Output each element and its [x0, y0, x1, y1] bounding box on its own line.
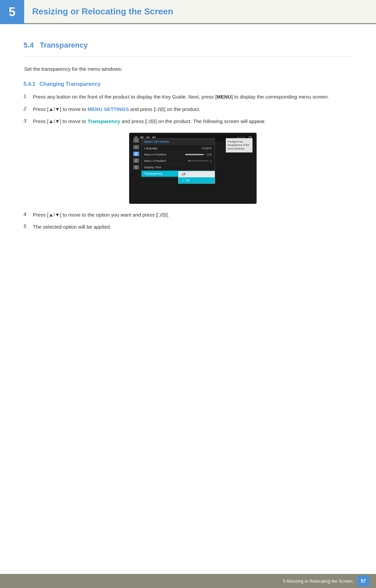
menu-row-h-bar: 100 — [185, 153, 212, 156]
svg-rect-1 — [135, 146, 138, 147]
step-3-highlight-teal: Transparency — [88, 118, 120, 124]
dropdown-on-label: On — [186, 179, 190, 182]
chapter-number: 5 — [9, 5, 15, 19]
menu-row-display-time: Display Time — [142, 164, 215, 171]
page-header: 5 Resizing or Relocating the Screen — [0, 0, 376, 24]
svg-point-3 — [135, 153, 137, 155]
dropdown-popup: Off ✓ On — [178, 171, 215, 184]
h-bar-fill — [185, 154, 203, 155]
main-content: 5.4 Transparency Set the transparency fo… — [0, 24, 376, 269]
sidebar-icon-2 — [133, 145, 139, 150]
monitor-screen: MENU SETTINGS Language English Menu H-Po… — [131, 135, 255, 202]
section-heading: 5.4 Transparency — [23, 41, 353, 50]
menu-row-language: Language English — [142, 145, 215, 152]
section-divider — [23, 56, 353, 57]
monitor-screenshot: MENU SETTINGS Language English Menu H-Po… — [33, 133, 353, 204]
step-2-highlight-blue: MENU SETTINGS — [88, 106, 129, 112]
step-2-text: Press [▲/▼] to move to MENU SETTINGS and… — [33, 106, 200, 113]
sidebar-icon-1 — [133, 138, 139, 143]
sidebar-icon-4 — [133, 158, 139, 163]
menu-row-transparency-label: Transparency — [144, 172, 163, 175]
step-1: 1 Press any button on the front of the p… — [23, 93, 353, 101]
step-5-number: 5 — [23, 223, 33, 229]
sidebar-icons — [133, 138, 139, 170]
chapter-title-text: Resizing or Relocating the Screen — [32, 6, 173, 17]
intro-text: Set the transparency for the menu window… — [24, 66, 353, 72]
menu-row-v-bar: 1 — [189, 159, 212, 163]
subsection-title: Changing Transparency — [40, 81, 101, 87]
menu-row-v-position: Menu V-Position 1 — [142, 158, 215, 164]
steps-list-continued: 4 Press [▲/▼] to move to the option you … — [23, 211, 353, 231]
step-4-number: 4 — [23, 211, 33, 217]
tooltip-box: Configure the transparency of the menu w… — [226, 138, 253, 153]
menu-row-h-value: 100 — [207, 153, 212, 156]
v-bar-fill — [189, 160, 190, 162]
subsection-heading: 5.4.1 Changing Transparency — [23, 81, 353, 87]
check-icon: ✓ — [182, 179, 184, 182]
section-title: Transparency — [40, 41, 88, 50]
step-3-text: Press [▲/▼] to move to Transparency and … — [33, 118, 266, 125]
step-2-number: 2 — [23, 106, 33, 111]
page-footer: 5 Resizing or Relocating the Screen 57 — [0, 574, 376, 588]
footer-text: 5 Resizing or Relocating the Screen — [283, 579, 353, 584]
menu-row-display-time-label: Display Time — [144, 166, 162, 169]
monitor-frame: MENU SETTINGS Language English Menu H-Po… — [129, 133, 257, 204]
menu-row-language-value: English — [202, 146, 212, 150]
menu-panel-header: MENU SETTINGS — [142, 138, 215, 145]
tooltip-text: Configure the transparency of the menu w… — [228, 140, 249, 150]
step-4: 4 Press [▲/▼] to move to the option you … — [23, 211, 353, 219]
step-1-text: Press any button on the front of the pro… — [33, 93, 329, 101]
step-3: 3 Press [▲/▼] to move to Transparency an… — [23, 118, 353, 125]
svg-rect-2 — [135, 147, 138, 148]
sidebar-icon-3-active — [133, 152, 139, 156]
step-4-text: Press [▲/▼] to move to the option you wa… — [33, 211, 169, 219]
step-3-number: 3 — [23, 118, 33, 123]
chapter-title: Resizing or Relocating the Screen — [24, 0, 376, 24]
footer-page-number: 57 — [357, 576, 369, 586]
chapter-number-box: 5 — [0, 0, 24, 24]
h-bar-track — [185, 154, 205, 155]
menu-row-h-label: Menu H-Position — [144, 153, 167, 156]
subsection-number: 5.4.1 — [23, 81, 36, 87]
menu-row-v-value: 1 — [210, 159, 212, 163]
sidebar-icon-5 — [133, 165, 139, 170]
step-5: 5 The selected option will be applied. — [23, 223, 353, 231]
step-1-number: 1 — [23, 93, 33, 99]
dropdown-item-on: ✓ On — [178, 177, 215, 183]
dropdown-item-off: Off — [178, 171, 215, 177]
step-2: 2 Press [▲/▼] to move to MENU SETTINGS a… — [23, 106, 353, 113]
section-number: 5.4 — [23, 41, 34, 50]
step-5-text: The selected option will be applied. — [33, 223, 111, 231]
menu-row-h-position: Menu H-Position 100 — [142, 152, 215, 158]
menu-row-language-label: Language — [144, 146, 158, 150]
steps-list: 1 Press any button on the front of the p… — [23, 93, 353, 125]
svg-rect-0 — [135, 139, 138, 141]
v-bar-track — [189, 160, 209, 162]
svg-point-10 — [136, 161, 136, 161]
menu-row-v-label: Menu V-Position — [144, 159, 166, 163]
